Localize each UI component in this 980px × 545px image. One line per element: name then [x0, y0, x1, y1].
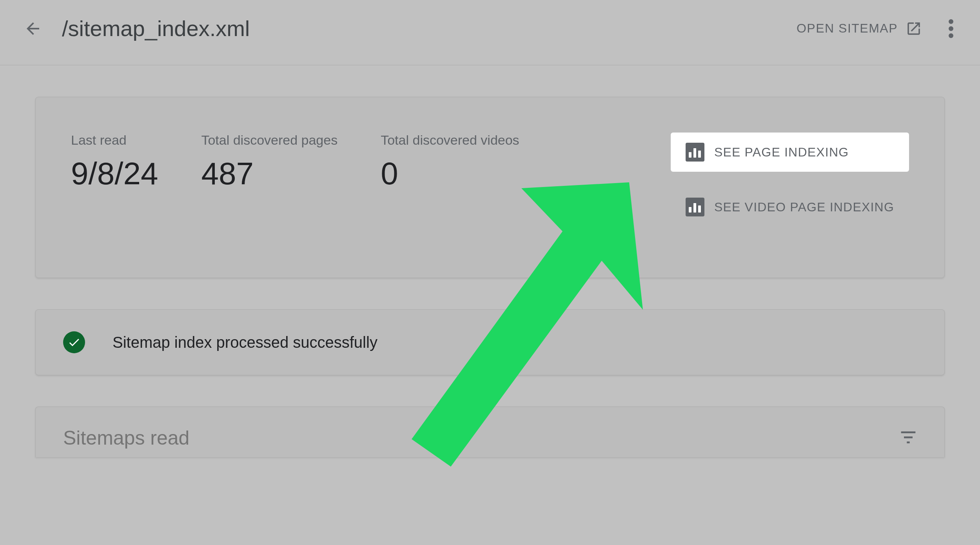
open-sitemap-label: OPEN SITEMAP — [797, 21, 898, 36]
sitemaps-read-card: Sitemaps read — [35, 407, 945, 457]
svg-point-1 — [949, 26, 953, 31]
sitemaps-title: Sitemaps read — [63, 427, 189, 449]
stats-card: Last read 9/8/24 Total discovered pages … — [35, 97, 945, 278]
arrow-back-icon — [24, 19, 42, 38]
status-message: Sitemap index processed successfully — [113, 334, 377, 351]
stat-label: Total discovered videos — [381, 133, 519, 148]
page-header: /sitemap_index.xml OPEN SITEMAP — [0, 0, 980, 65]
stat-total-pages: Total discovered pages 487 — [201, 133, 338, 192]
stats-group: Last read 9/8/24 Total discovered pages … — [71, 133, 519, 192]
svg-point-0 — [949, 19, 953, 24]
bar-chart-icon — [686, 143, 704, 162]
action-label: SEE VIDEO PAGE INDEXING — [714, 200, 894, 214]
action-label: SEE PAGE INDEXING — [714, 145, 849, 160]
see-page-indexing-button[interactable]: SEE PAGE INDEXING — [671, 133, 909, 172]
stat-label: Total discovered pages — [201, 133, 338, 148]
bar-chart-icon — [686, 198, 704, 216]
stat-label: Last read — [71, 133, 158, 148]
status-card: Sitemap index processed successfully — [35, 309, 945, 375]
more-vert-icon — [949, 19, 953, 38]
back-button[interactable] — [24, 19, 42, 38]
open-external-icon — [906, 20, 922, 37]
svg-rect-5 — [907, 441, 909, 443]
see-video-indexing-button[interactable]: SEE VIDEO PAGE INDEXING — [671, 187, 909, 227]
filter-icon — [900, 429, 917, 446]
stat-value: 0 — [381, 156, 519, 192]
svg-point-2 — [949, 33, 953, 38]
header-right: OPEN SITEMAP — [797, 19, 960, 38]
header-left: /sitemap_index.xml — [24, 16, 250, 41]
open-sitemap-button[interactable]: OPEN SITEMAP — [797, 20, 922, 37]
stat-total-videos: Total discovered videos 0 — [381, 133, 519, 192]
stat-value: 487 — [201, 156, 338, 192]
stat-last-read: Last read 9/8/24 — [71, 133, 158, 192]
page-title: /sitemap_index.xml — [62, 16, 250, 41]
filter-button[interactable] — [900, 429, 917, 447]
more-menu-button[interactable] — [942, 19, 960, 38]
svg-rect-3 — [901, 431, 916, 433]
stat-value: 9/8/24 — [71, 156, 158, 192]
indexing-actions: SEE PAGE INDEXING SEE VIDEO PAGE INDEXIN… — [671, 133, 909, 227]
main-content: Last read 9/8/24 Total discovered pages … — [0, 65, 980, 457]
success-check-icon — [63, 331, 85, 353]
svg-rect-4 — [904, 436, 913, 438]
